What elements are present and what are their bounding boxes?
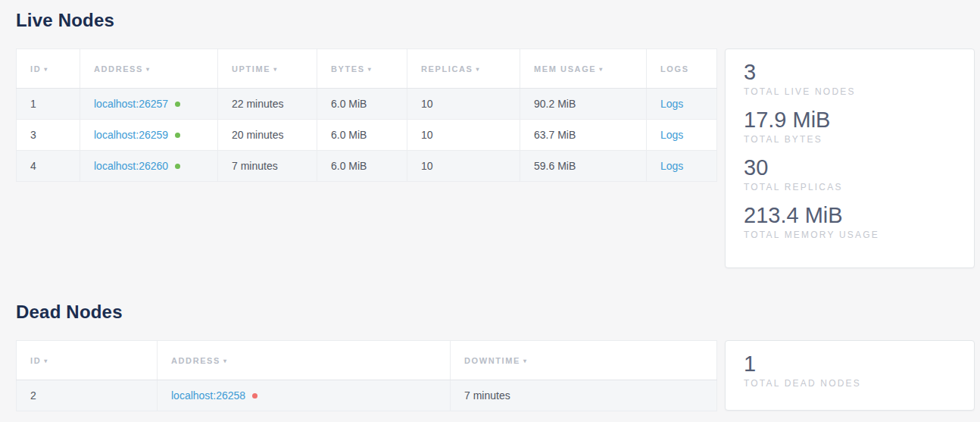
column-header-label: UPTIME (232, 64, 270, 73)
sort-desc-icon: ▾ (223, 358, 228, 364)
live-status-icon (175, 102, 180, 107)
column-header-label: LOGS (660, 64, 689, 73)
stat-label: TOTAL REPLICAS (744, 182, 956, 192)
stat-total-bytes: 17.9 MiB TOTAL BYTES (744, 107, 956, 145)
sort-desc-icon: ▾ (146, 66, 151, 73)
node-address-link[interactable]: localhost:26258 (171, 389, 245, 402)
node-id-cell: 1 (17, 89, 80, 120)
node-address-link[interactable]: localhost:26257 (94, 98, 168, 110)
stat-label: TOTAL BYTES (744, 134, 956, 145)
dead-status-icon (252, 393, 257, 399)
column-header-uptime[interactable]: UPTIME▾ (218, 49, 317, 89)
node-address-cell: localhost:26259 (80, 120, 218, 151)
node-logs-link[interactable]: Logs (660, 129, 683, 141)
column-header-label: ADDRESS (94, 64, 143, 73)
column-header-mem-usage[interactable]: MEM USAGE▾ (520, 49, 647, 89)
stat-value: 1 (744, 351, 956, 377)
node-id-cell: 4 (17, 151, 80, 182)
node-address-cell: localhost:26260 (80, 151, 218, 182)
node-replicas-cell: 10 (407, 151, 520, 182)
node-replicas-cell: 10 (407, 120, 520, 151)
node-bytes-cell: 6.0 MiB (317, 120, 407, 151)
live-node-row: 3 localhost:26259 20 minutes 6.0 MiB 10 … (17, 120, 717, 151)
node-uptime-cell: 22 minutes (218, 89, 317, 120)
live-node-row: 1 localhost:26257 22 minutes 6.0 MiB 10 … (17, 89, 717, 120)
dead-nodes-table: ID▾ ADDRESS▾ DOWNTIME▾ 2 localhost:26258… (16, 340, 717, 411)
dead-nodes-summary-panel: 1 TOTAL DEAD NODES (725, 340, 975, 411)
node-logs-cell: Logs (647, 151, 717, 182)
nodes-overview-page: Live Nodes ID▾ ADDRESS▾ UPTIME▾ BYTES▾ R… (0, 0, 980, 411)
node-logs-link[interactable]: Logs (660, 160, 683, 172)
stat-total-dead-nodes: 1 TOTAL DEAD NODES (744, 351, 956, 389)
live-nodes-section: Live Nodes ID▾ ADDRESS▾ UPTIME▾ BYTES▾ R… (16, 10, 975, 268)
stat-label: TOTAL LIVE NODES (744, 86, 956, 97)
live-status-icon (175, 164, 180, 169)
column-header-address[interactable]: ADDRESS▾ (158, 341, 451, 380)
column-header-id[interactable]: ID▾ (17, 341, 158, 380)
stat-total-live-nodes: 3 TOTAL LIVE NODES (744, 59, 956, 97)
node-mem-usage-cell: 63.7 MiB (520, 120, 647, 151)
sort-desc-icon: ▾ (523, 358, 528, 364)
node-address-cell: localhost:26257 (80, 89, 218, 120)
stat-value: 17.9 MiB (744, 107, 956, 133)
sort-desc-icon: ▾ (476, 66, 480, 73)
node-id-cell: 2 (17, 380, 158, 411)
dead-nodes-title: Dead Nodes (16, 302, 975, 323)
column-header-replicas[interactable]: REPLICAS▾ (407, 49, 520, 89)
stat-value: 30 (744, 155, 956, 180)
node-bytes-cell: 6.0 MiB (317, 151, 407, 182)
dead-node-row: 2 localhost:26258 7 minutes (17, 380, 717, 411)
column-header-bytes[interactable]: BYTES▾ (317, 49, 407, 89)
column-header-downtime[interactable]: DOWNTIME▾ (451, 341, 717, 380)
node-mem-usage-cell: 59.6 MiB (520, 151, 647, 182)
node-id-cell: 3 (17, 120, 80, 151)
column-header-id[interactable]: ID▾ (17, 49, 80, 89)
sort-desc-icon: ▾ (44, 358, 48, 364)
column-header-label: BYTES (331, 64, 365, 73)
node-address-cell: localhost:26258 (158, 380, 451, 411)
node-logs-cell: Logs (647, 120, 717, 151)
stat-label: TOTAL MEMORY USAGE (744, 230, 956, 240)
stat-total-replicas: 30 TOTAL REPLICAS (744, 155, 956, 192)
node-uptime-cell: 20 minutes (218, 120, 317, 151)
node-bytes-cell: 6.0 MiB (317, 89, 407, 120)
stat-value: 3 (744, 59, 956, 85)
sort-desc-icon: ▾ (44, 66, 48, 73)
live-nodes-table: ID▾ ADDRESS▾ UPTIME▾ BYTES▾ REPLICAS▾ ME… (16, 48, 717, 182)
node-address-link[interactable]: localhost:26260 (94, 160, 168, 172)
column-header-label: ADDRESS (171, 356, 220, 365)
column-header-label: REPLICAS (421, 64, 473, 73)
node-replicas-cell: 10 (407, 89, 520, 120)
column-header-label: ID (30, 356, 41, 365)
node-mem-usage-cell: 90.2 MiB (520, 89, 647, 120)
column-header-logs: LOGS (647, 49, 717, 89)
dead-table-header-row: ID▾ ADDRESS▾ DOWNTIME▾ (17, 341, 717, 380)
sort-desc-icon: ▾ (368, 66, 373, 73)
node-address-link[interactable]: localhost:26259 (94, 129, 168, 141)
column-header-label: ID (30, 64, 41, 73)
node-logs-cell: Logs (647, 89, 717, 120)
live-node-row: 4 localhost:26260 7 minutes 6.0 MiB 10 5… (17, 151, 717, 182)
node-logs-link[interactable]: Logs (660, 98, 683, 110)
stat-total-memory-usage: 213.4 MiB TOTAL MEMORY USAGE (744, 202, 956, 240)
column-header-address[interactable]: ADDRESS▾ (80, 49, 218, 89)
live-table-header-row: ID▾ ADDRESS▾ UPTIME▾ BYTES▾ REPLICAS▾ ME… (17, 49, 717, 89)
live-status-icon (175, 133, 180, 138)
live-nodes-title: Live Nodes (16, 10, 975, 31)
node-uptime-cell: 7 minutes (218, 151, 317, 182)
sort-desc-icon: ▾ (273, 66, 278, 73)
sort-desc-icon: ▾ (599, 66, 604, 73)
column-header-label: DOWNTIME (464, 356, 520, 365)
dead-nodes-section: Dead Nodes ID▾ ADDRESS▾ DOWNTIME▾ 2 lo (16, 302, 975, 411)
stat-value: 213.4 MiB (744, 202, 956, 228)
live-nodes-summary-panel: 3 TOTAL LIVE NODES 17.9 MiB TOTAL BYTES … (725, 48, 975, 268)
column-header-label: MEM USAGE (534, 64, 596, 73)
node-downtime-cell: 7 minutes (451, 380, 717, 411)
stat-label: TOTAL DEAD NODES (744, 378, 956, 389)
